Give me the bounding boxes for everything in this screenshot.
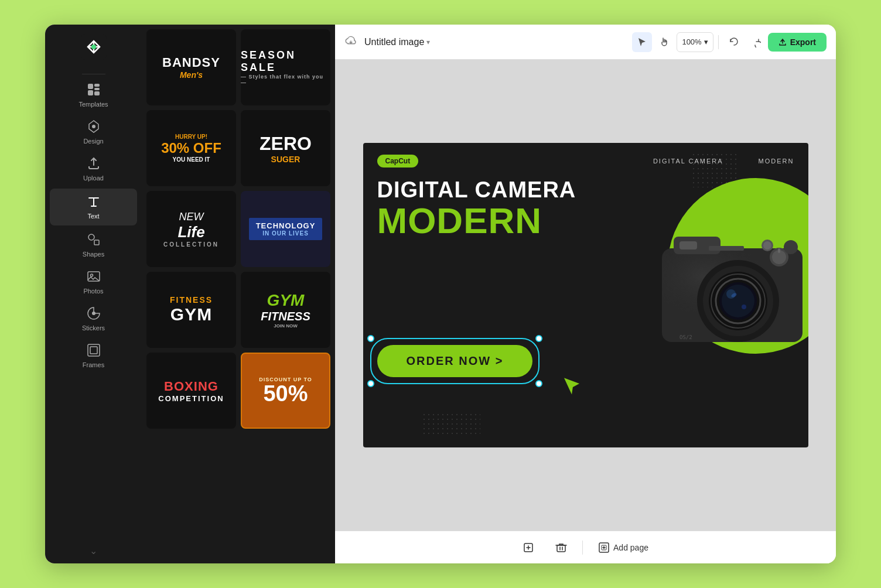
delete-btn[interactable] (549, 538, 573, 557)
redo-btn[interactable] (746, 32, 766, 52)
canvas-nav-capcut: CapCut (377, 155, 419, 167)
svg-rect-32 (778, 248, 780, 253)
season-top-text: SEASON SALE (241, 49, 330, 74)
text-icon (87, 194, 101, 210)
photos-icon (87, 269, 101, 285)
upload-icon (87, 156, 101, 172)
stickers-label: Stickers (82, 324, 105, 331)
canvas-nav-digital: DIGITAL CAMERA (653, 158, 723, 165)
season-sub-text: — Styles that flex with you — (241, 74, 330, 86)
discount-pct-text: 50% (263, 382, 308, 405)
sidebar-item-photos[interactable]: Photos (45, 264, 142, 300)
add-to-page-btn[interactable] (517, 538, 540, 557)
sidebar-item-text[interactable]: Text (50, 189, 137, 225)
add-page-label: Add page (613, 543, 648, 552)
svg-point-12 (92, 312, 95, 315)
zoom-value: 100% (682, 37, 701, 46)
gym-bot-text: FITNESS (261, 310, 310, 323)
hand-tool-btn[interactable] (654, 32, 674, 52)
svg-point-28 (742, 305, 746, 309)
svg-rect-13 (88, 344, 100, 356)
svg-point-7 (92, 125, 95, 128)
undo-btn[interactable] (723, 32, 743, 52)
shapes-icon (87, 233, 101, 248)
svg-point-1 (91, 45, 96, 49)
svg-rect-19 (679, 241, 697, 249)
svg-rect-3 (94, 84, 100, 87)
photos-label: Photos (83, 288, 103, 295)
add-page-btn[interactable]: Add page (592, 538, 654, 557)
upload-label: Upload (83, 175, 104, 182)
sidebar-item-shapes[interactable]: Shapes (45, 227, 142, 264)
cloud-save-icon[interactable] (344, 34, 357, 50)
handle-bl[interactable] (367, 380, 374, 387)
topbar: Untitled image ▾ 10 (335, 25, 836, 60)
template-card-zero[interactable]: ZERO SUGER (241, 110, 330, 186)
template-card-gym[interactable]: GYM FITNESS JOIN NOW (241, 272, 330, 348)
template-card-bandsy[interactable]: BANDSY Men's (146, 29, 236, 105)
canvas-headline: DIGITAL CAMERA MODERN (377, 178, 576, 239)
canvas-area[interactable]: CapCut DIGITAL CAMERA MODERN DIGITAL CAM… (335, 60, 836, 531)
svg-marker-15 (564, 375, 580, 395)
handle-tl[interactable] (367, 335, 374, 342)
canvas-cursor-icon (560, 372, 585, 402)
templates-icon (87, 83, 101, 98)
newlife-col-text: COLLECTION (163, 241, 219, 248)
newlife-life-text: Life (177, 223, 204, 241)
frames-icon (87, 343, 101, 359)
gym-top-text: GYM (267, 291, 305, 310)
zero-main-text: ZERO (259, 133, 312, 155)
handle-br[interactable] (535, 380, 542, 387)
template-card-tech[interactable]: TECHNOLOGY IN OUR LIVES (241, 191, 330, 267)
scroll-down-icon[interactable]: ⌄ (90, 545, 97, 556)
sale-hurry-text: HURRY UP! (175, 134, 207, 140)
sale-pct-text: 30% OFF (161, 140, 221, 156)
topbar-tools: 100% ▾ (632, 32, 827, 52)
export-btn[interactable]: Export (768, 33, 827, 52)
canvas-cta-wrapper: ORDER NOW > (377, 345, 533, 377)
zoom-chevron-icon: ▾ (704, 37, 708, 46)
export-label: Export (790, 37, 816, 47)
template-card-newlife[interactable]: NEW Life COLLECTION (146, 191, 236, 267)
sidebar-item-templates[interactable]: Templates (45, 77, 142, 114)
canvas-nav-modern: MODERN (759, 158, 794, 165)
topbar-title[interactable]: Untitled image ▾ (364, 37, 430, 47)
svg-rect-5 (88, 90, 93, 95)
text-label: Text (87, 213, 99, 220)
sidebar-item-frames[interactable]: Frames (45, 337, 142, 374)
fitness-bot-text: GYM (170, 305, 212, 324)
handle-tr[interactable] (535, 335, 542, 342)
svg-rect-4 (94, 88, 100, 90)
bottom-bar: Add page (335, 531, 836, 563)
sidebar-item-stickers[interactable]: Stickers (45, 300, 142, 337)
zoom-control[interactable]: 100% ▾ (677, 32, 713, 52)
template-card-boxing[interactable]: BOXING COMPETITION (146, 353, 236, 429)
boxing-bot-text: COMPETITION (158, 394, 224, 403)
cta-button[interactable]: ORDER NOW > (377, 345, 533, 377)
headline-line1: DIGITAL CAMERA (377, 178, 576, 203)
template-card-sale[interactable]: HURRY UP! 30% OFF YOU NEED IT (146, 110, 236, 186)
stickers-icon (87, 306, 101, 322)
template-card-fitness[interactable]: FITNESS GYM (146, 272, 236, 348)
canvas-dots-bottom-decoration (422, 412, 480, 436)
template-card-season[interactable]: SEASON SALE — Styles that flex with you … (241, 29, 330, 105)
svg-rect-14 (90, 347, 97, 354)
canvas-background: CapCut DIGITAL CAMERA MODERN DIGITAL CAM… (363, 143, 808, 447)
svg-point-34 (763, 241, 771, 249)
sidebar-item-upload[interactable]: Upload (45, 151, 142, 187)
app-logo[interactable] (81, 34, 107, 60)
bandsy-bottom-text: Men's (180, 70, 203, 80)
template-card-discount[interactable]: DISCOUNT UP TO 50% (241, 353, 330, 429)
svg-point-11 (90, 274, 93, 276)
headline-line2: MODERN (377, 203, 576, 239)
svg-point-8 (88, 234, 94, 240)
sidebar-item-design[interactable]: Design (45, 114, 142, 151)
newlife-new-text: NEW (179, 211, 204, 223)
svg-rect-6 (94, 91, 100, 95)
gym-sub-text: JOIN NOW (274, 323, 297, 329)
selection-box[interactable]: ORDER NOW > (377, 345, 533, 377)
select-tool-btn[interactable] (632, 32, 652, 52)
design-icon (87, 119, 101, 135)
fitness-top-text: FITNESS (170, 295, 213, 305)
bandsy-top-text: BANDSY (162, 55, 220, 70)
